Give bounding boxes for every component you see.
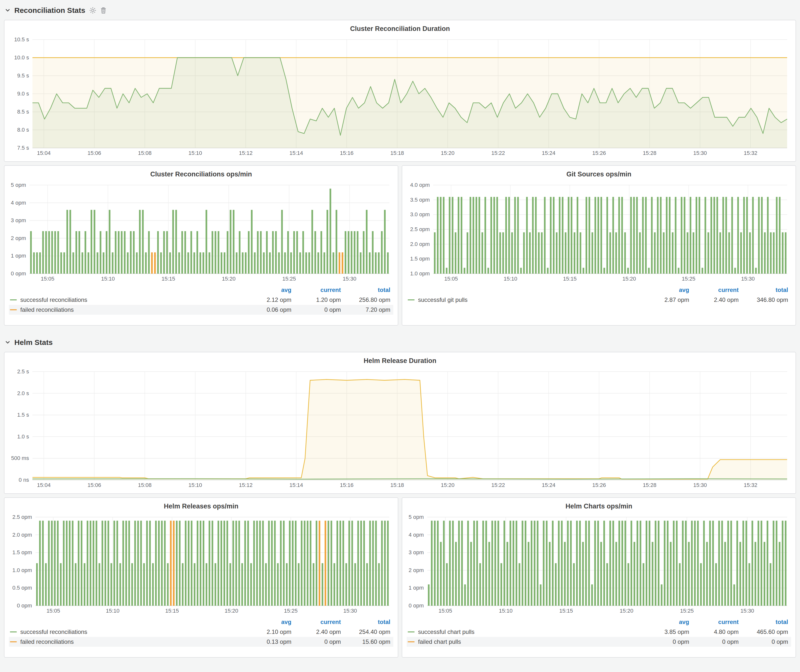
chart-helm-release-duration[interactable]: 0 ns500 ms1.0 s1.5 s2.0 s2.5 s15:0415:06… xyxy=(8,367,792,490)
legend-value-current: 0 opm xyxy=(294,637,344,647)
chevron-down-icon[interactable] xyxy=(5,340,10,345)
svg-text:1.0 s: 1.0 s xyxy=(17,434,29,440)
svg-text:15:30: 15:30 xyxy=(693,482,707,488)
svg-text:15:20: 15:20 xyxy=(441,482,454,488)
chart-svg: 0 opm0.5 opm1.0 opm1.5 opm2.0 opm2.5 opm… xyxy=(8,513,394,616)
legend-series-label[interactable]: failed reconciliations xyxy=(20,306,74,313)
svg-text:15:10: 15:10 xyxy=(499,608,512,614)
legend-header-total[interactable]: total xyxy=(742,285,791,295)
svg-text:15:08: 15:08 xyxy=(138,482,152,488)
svg-text:15:05: 15:05 xyxy=(444,276,458,282)
legend-header-current[interactable]: current xyxy=(294,285,344,295)
legend-series-label[interactable]: successful git pulls xyxy=(418,296,467,303)
panel-title[interactable]: Helm Releases ops/min xyxy=(8,501,394,513)
chart-cluster-reconciliations-opm[interactable]: 0 opm1 opm2 opm3 opm4 opm5 opm15:0515:10… xyxy=(8,181,394,283)
legend-series-swatch xyxy=(10,309,17,310)
panel-title[interactable]: Git Sources ops/min xyxy=(406,169,792,181)
legend-header-avg[interactable]: avg xyxy=(643,285,692,295)
svg-text:15:18: 15:18 xyxy=(390,150,404,156)
svg-text:4 opm: 4 opm xyxy=(11,200,26,206)
panel-title[interactable]: Helm Charts ops/min xyxy=(406,501,792,513)
trash-icon[interactable] xyxy=(100,7,107,14)
svg-text:15:32: 15:32 xyxy=(744,150,757,156)
legend-series-label[interactable]: failed chart pulls xyxy=(418,638,461,645)
legend-header-total[interactable]: total xyxy=(344,285,393,295)
svg-text:15:30: 15:30 xyxy=(741,608,754,614)
svg-text:0 opm: 0 opm xyxy=(409,602,424,609)
legend-series-swatch xyxy=(408,631,414,632)
chart-helm-releases-opm[interactable]: 0 opm0.5 opm1.0 opm1.5 opm2.0 opm2.5 opm… xyxy=(8,513,394,616)
legend-header-row: avgcurrenttotal xyxy=(407,285,791,295)
chart-helm-charts-opm[interactable]: 0 opm1 opm2 opm3 opm4 opm5 opm15:0515:10… xyxy=(406,513,792,616)
legend-header-avg[interactable]: avg xyxy=(245,617,294,627)
svg-text:1.5 opm: 1.5 opm xyxy=(12,549,32,555)
svg-text:1 opm: 1 opm xyxy=(11,253,26,259)
legend-label-cell[interactable]: failed chart pulls xyxy=(407,637,643,647)
row-header-helm-stats[interactable]: Helm Stats xyxy=(5,336,796,349)
svg-text:15:16: 15:16 xyxy=(340,150,354,156)
svg-text:0.5 opm: 0.5 opm xyxy=(12,585,32,591)
svg-text:4.0 opm: 4.0 opm xyxy=(410,182,430,188)
legend-label-cell[interactable]: successful chart pulls xyxy=(407,627,643,637)
legend-header-total[interactable]: total xyxy=(742,617,791,627)
legend-row: failed reconciliations0.06 opm0 opm7.20 … xyxy=(9,305,393,315)
svg-text:3.5 opm: 3.5 opm xyxy=(410,197,430,203)
legend-label-cell[interactable]: successful reconciliations xyxy=(9,627,245,637)
legend-series-label[interactable]: failed reconciliations xyxy=(20,638,74,645)
panel-row: Helm Releases ops/min 0 opm0.5 opm1.0 op… xyxy=(4,497,796,661)
panel-title[interactable]: Cluster Reconciliation Duration xyxy=(8,23,792,35)
chart-git-sources-opm[interactable]: 1.0 opm1.5 opm2.0 opm2.5 opm3.0 opm3.5 o… xyxy=(406,181,792,283)
svg-text:10.0 s: 10.0 s xyxy=(14,54,29,61)
legend-series-label[interactable]: successful reconciliations xyxy=(20,296,87,303)
panel-title[interactable]: Helm Release Duration xyxy=(8,355,792,367)
svg-text:500 ms: 500 ms xyxy=(11,455,29,461)
legend-header-current[interactable]: current xyxy=(294,617,344,627)
svg-text:15:30: 15:30 xyxy=(342,276,356,282)
svg-text:5 opm: 5 opm xyxy=(11,182,26,188)
legend-header-current[interactable]: current xyxy=(692,285,742,295)
svg-text:15:20: 15:20 xyxy=(225,608,238,614)
gear-icon[interactable] xyxy=(89,7,96,14)
legend-series-label[interactable]: successful reconciliations xyxy=(20,629,87,635)
legend-header-avg[interactable]: avg xyxy=(245,285,294,295)
chevron-down-icon[interactable] xyxy=(5,8,10,13)
legend-value-total: 0 opm xyxy=(742,637,791,647)
row-header-reconciliation-stats[interactable]: Reconciliation Stats xyxy=(5,4,796,17)
svg-text:15:25: 15:25 xyxy=(282,276,296,282)
legend-helm-charts: avgcurrenttotalsuccessful chart pulls3.8… xyxy=(406,617,792,647)
svg-text:15:32: 15:32 xyxy=(744,482,757,488)
section-title-reconciliation-stats[interactable]: Reconciliation Stats xyxy=(14,6,85,14)
svg-text:15:15: 15:15 xyxy=(559,608,573,614)
legend-value-total: 15.60 opm xyxy=(344,637,393,647)
panel-title[interactable]: Cluster Reconciliations ops/min xyxy=(8,169,394,181)
legend-value-current: 0 opm xyxy=(294,305,344,315)
legend-label-cell[interactable]: successful reconciliations xyxy=(9,295,245,305)
svg-text:15:10: 15:10 xyxy=(101,276,115,282)
svg-text:15:05: 15:05 xyxy=(438,608,452,614)
legend-value-total: 7.20 opm xyxy=(344,305,393,315)
legend-series-label[interactable]: successful chart pulls xyxy=(418,629,474,635)
legend-table: avgcurrenttotalsuccessful chart pulls3.8… xyxy=(407,617,791,647)
panel-helm-releases-opm: Helm Releases ops/min 0 opm0.5 opm1.0 op… xyxy=(4,497,398,658)
legend-header-current[interactable]: current xyxy=(692,617,742,627)
svg-text:15:26: 15:26 xyxy=(592,482,606,488)
legend-header-avg[interactable]: avg xyxy=(643,617,692,627)
legend-label-cell[interactable]: failed reconciliations xyxy=(9,637,245,647)
panel-cluster-reconciliation-duration: Cluster Reconciliation Duration 7.5 s8.0… xyxy=(4,20,796,162)
legend-label-cell[interactable]: successful git pulls xyxy=(407,295,643,305)
legend-series-swatch xyxy=(10,299,17,300)
legend-row: failed reconciliations0.13 opm0 opm15.60… xyxy=(9,637,393,647)
panel-helm-charts-opm: Helm Charts ops/min 0 opm1 opm2 opm3 opm… xyxy=(402,497,796,658)
legend-value-avg: 0 opm xyxy=(643,637,692,647)
chart-cluster-reconciliation-duration[interactable]: 7.5 s8.0 s8.5 s9.0 s9.5 s10.0 s10.5 s15:… xyxy=(8,35,792,158)
svg-text:9.5 s: 9.5 s xyxy=(17,72,29,79)
legend-value-avg: 2.10 opm xyxy=(245,627,294,637)
legend-header-total[interactable]: total xyxy=(344,617,393,627)
svg-text:9.0 s: 9.0 s xyxy=(17,91,29,97)
legend-label-cell[interactable]: failed reconciliations xyxy=(9,305,245,315)
svg-text:15:26: 15:26 xyxy=(592,150,606,156)
section-title-helm-stats[interactable]: Helm Stats xyxy=(14,338,53,347)
legend-row: successful reconciliations2.10 opm2.40 o… xyxy=(9,627,393,637)
legend-value-avg: 2.87 opm xyxy=(643,295,692,305)
legend-value-avg: 3.85 opm xyxy=(643,627,692,637)
